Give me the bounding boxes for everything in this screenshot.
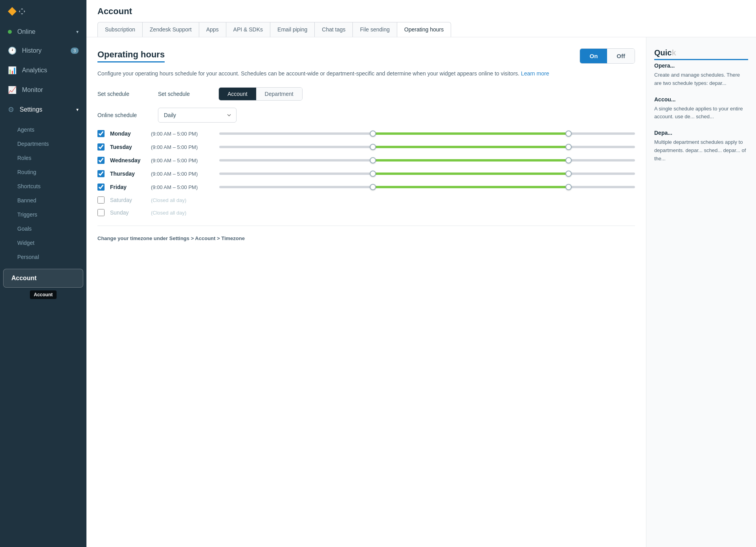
monitor-icon: 📈: [8, 86, 17, 94]
day-row-saturday: Saturday (Closed all day): [97, 196, 635, 204]
history-label: History: [22, 47, 42, 54]
toggle-off-button[interactable]: Off: [607, 49, 635, 63]
history-badge: 3: [71, 48, 79, 54]
sidebar-item-roles[interactable]: Roles: [0, 151, 86, 165]
thursday-slider-track: [219, 173, 635, 175]
online-dot-icon: [8, 30, 12, 34]
sidebar-item-departments[interactable]: Departments: [0, 137, 86, 151]
online-schedule-row: Online schedule Daily: [97, 108, 635, 123]
tab-operating-hours[interactable]: Operating hours: [397, 22, 451, 37]
quick-section-department: Depa... Multiple department schedules ap…: [654, 130, 748, 163]
thursday-slider-handle-right[interactable]: [565, 171, 572, 177]
tab-zendesk[interactable]: Zendesk Support: [143, 22, 199, 37]
thursday-slider[interactable]: [219, 170, 635, 178]
online-schedule-dropdown[interactable]: Daily: [158, 108, 237, 123]
tuesday-slider[interactable]: [219, 143, 635, 151]
account-department-toggle: Account Department: [218, 87, 303, 101]
chevron-down-icon: ▾: [76, 29, 79, 35]
wednesday-label: Wednesday: [110, 157, 145, 163]
day-row-thursday: Thursday (9:00 AM – 5:00 PM): [97, 170, 635, 178]
online-schedule-label: Online schedule: [97, 112, 149, 118]
sidebar-item-personal[interactable]: Personal: [0, 250, 86, 264]
friday-slider-handle-right[interactable]: [565, 184, 572, 190]
monday-slider-track: [219, 132, 635, 135]
section-header: Operating hours On Off: [97, 48, 635, 64]
content-area: Operating hours On Off Configure your op…: [86, 37, 756, 547]
quick-section-account: Accou... A single schedule applies to yo…: [654, 96, 748, 121]
monday-slider[interactable]: [219, 130, 635, 138]
tab-file-sending[interactable]: File sending: [353, 22, 397, 37]
wednesday-slider-handle-left[interactable]: [370, 157, 376, 163]
operating-hours-description: Configure your operating hours schedule …: [97, 69, 635, 78]
learn-more-link[interactable]: Learn more: [521, 70, 549, 77]
tab-email[interactable]: Email piping: [270, 22, 315, 37]
thursday-slider-handle-left[interactable]: [370, 171, 376, 177]
logo-diamond-icon: [8, 7, 17, 16]
sidebar-item-monitor[interactable]: 📈 Monitor: [0, 80, 86, 100]
quick-help-title: Quick: [654, 48, 748, 60]
friday-slider-handle-left[interactable]: [370, 184, 376, 190]
sidebar-item-history[interactable]: 🕐 History 3: [0, 41, 86, 61]
status-indicator[interactable]: Online ▾: [0, 23, 86, 41]
days-section: Monday (9:00 AM – 5:00 PM) Tuesday (9:: [97, 130, 635, 216]
wednesday-checkbox[interactable]: [97, 157, 105, 164]
day-row-friday: Friday (9:00 AM – 5:00 PM): [97, 183, 635, 191]
monday-slider-handle-right[interactable]: [565, 130, 572, 137]
toggle-on-button[interactable]: On: [580, 49, 607, 63]
friday-slider[interactable]: [219, 183, 635, 191]
thursday-label: Thursday: [110, 171, 145, 177]
friday-slider-track: [219, 186, 635, 188]
settings-submenu: Agents Departments Roles Routing Shortcu…: [0, 119, 86, 267]
sidebar-item-goals[interactable]: Goals: [0, 222, 86, 236]
set-schedule-value: Set schedule: [158, 91, 209, 97]
sidebar-item-settings[interactable]: ⚙ Settings ▾: [0, 100, 86, 119]
monday-slider-handle-left[interactable]: [370, 130, 376, 137]
status-label: Online: [17, 28, 35, 35]
quick-section-department-text: Multiple department schedules apply to d…: [654, 138, 748, 163]
sidebar-item-widget[interactable]: Widget: [0, 236, 86, 250]
sidebar-item-triggers[interactable]: Triggers: [0, 207, 86, 222]
tab-subscription[interactable]: Subscription: [97, 22, 143, 37]
wednesday-slider[interactable]: [219, 156, 635, 164]
sunday-label: Sunday: [110, 209, 145, 216]
sidebar: Online ▾ 🕐 History 3 📊 Analytics 📈 Monit…: [0, 0, 86, 547]
analytics-icon: 📊: [8, 66, 17, 75]
page-title: Account: [97, 6, 745, 17]
saturday-checkbox[interactable]: [97, 196, 105, 204]
sidebar-item-banned[interactable]: Banned: [0, 193, 86, 207]
tuesday-slider-track: [219, 146, 635, 148]
department-toggle-button[interactable]: Department: [256, 88, 302, 100]
account-toggle-button[interactable]: Account: [219, 88, 256, 100]
sidebar-item-routing[interactable]: Routing: [0, 165, 86, 179]
monday-slider-fill: [373, 132, 568, 135]
sidebar-item-agents[interactable]: Agents: [0, 123, 86, 137]
tab-apps[interactable]: Apps: [199, 22, 226, 37]
wednesday-slider-handle-right[interactable]: [565, 157, 572, 163]
sidebar-item-account[interactable]: Account Account: [3, 269, 83, 288]
quick-section-account-text: A single schedule applies to your entire…: [654, 105, 748, 121]
main-content: Operating hours On Off Configure your op…: [86, 37, 646, 547]
tab-chat-tags[interactable]: Chat tags: [315, 22, 353, 37]
quick-section-operating-title: Opera...: [654, 62, 748, 69]
sidebar-item-shortcuts[interactable]: Shortcuts: [0, 179, 86, 193]
tuesday-slider-handle-left[interactable]: [370, 144, 376, 150]
tab-api[interactable]: API & SDKs: [226, 22, 270, 37]
day-row-wednesday: Wednesday (9:00 AM – 5:00 PM): [97, 156, 635, 164]
thursday-checkbox[interactable]: [97, 170, 105, 177]
day-row-sunday: Sunday (Closed all day): [97, 209, 635, 216]
tuesday-slider-handle-right[interactable]: [565, 144, 572, 150]
tuesday-label: Tuesday: [110, 144, 145, 150]
logo: [0, 0, 86, 23]
friday-checkbox[interactable]: [97, 184, 105, 191]
on-off-toggle: On Off: [580, 48, 635, 64]
sidebar-item-analytics[interactable]: 📊 Analytics: [0, 61, 86, 80]
saturday-label: Saturday: [110, 197, 145, 203]
monday-checkbox[interactable]: [97, 130, 105, 137]
wednesday-slider-track: [219, 159, 635, 162]
sunday-checkbox[interactable]: [97, 209, 105, 216]
tuesday-checkbox[interactable]: [97, 143, 105, 151]
friday-time: (9:00 AM – 5:00 PM): [151, 184, 214, 190]
monitor-label: Monitor: [22, 86, 43, 94]
history-icon: 🕐: [8, 46, 17, 55]
analytics-label: Analytics: [22, 67, 47, 74]
